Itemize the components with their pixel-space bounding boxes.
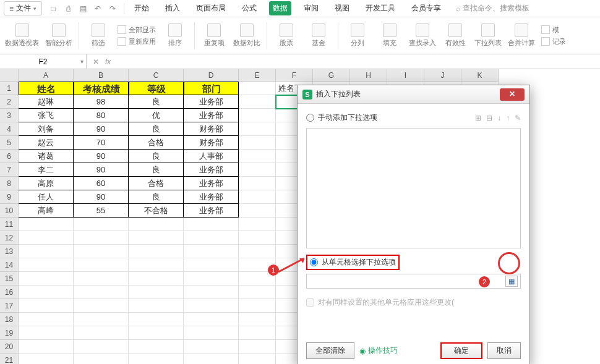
cell[interactable] — [19, 299, 74, 313]
preview-icon[interactable]: ▤ — [78, 4, 88, 13]
cell[interactable] — [184, 353, 239, 364]
cell[interactable] — [74, 313, 129, 326]
cell[interactable] — [184, 340, 239, 353]
cell[interactable] — [239, 340, 276, 353]
filter-button[interactable]: 筛选 — [85, 23, 111, 48]
edit-icon[interactable]: ✎ — [515, 114, 521, 122]
cell[interactable] — [19, 286, 74, 299]
close-button[interactable]: ✕ — [500, 88, 525, 101]
cell[interactable]: 赵琳 — [19, 95, 74, 109]
row-header[interactable]: 12 — [0, 231, 19, 245]
cell[interactable] — [74, 353, 129, 364]
row-header[interactable]: 1 — [0, 82, 19, 95]
cell[interactable]: 业务部 — [184, 109, 239, 122]
cell[interactable]: 98 — [74, 95, 129, 109]
tab-view[interactable]: 视图 — [331, 1, 353, 15]
cell[interactable]: 90 — [74, 190, 129, 204]
cell[interactable] — [239, 204, 276, 218]
cell[interactable] — [184, 326, 239, 340]
tab-start[interactable]: 开始 — [131, 1, 153, 15]
fill-button[interactable]: 填充 — [377, 23, 403, 48]
row-header[interactable]: 6 — [0, 150, 19, 163]
cell[interactable] — [129, 272, 184, 286]
sim-button[interactable]: 模 — [541, 25, 566, 35]
cell[interactable] — [239, 177, 276, 190]
cell[interactable]: 优 — [129, 109, 184, 122]
cell[interactable] — [239, 109, 276, 122]
cell[interactable]: 良 — [129, 190, 184, 204]
col-header[interactable]: B — [74, 69, 129, 82]
cell[interactable]: 财务部 — [184, 136, 239, 150]
cell[interactable]: 90 — [74, 163, 129, 177]
tab-member[interactable]: 会员专享 — [408, 1, 445, 15]
cell[interactable] — [129, 299, 184, 313]
tab-formula[interactable]: 公式 — [238, 1, 260, 15]
row-header[interactable]: 9 — [0, 190, 19, 204]
cell[interactable] — [129, 245, 184, 258]
cell[interactable] — [239, 245, 276, 258]
cell[interactable] — [19, 313, 74, 326]
save-icon[interactable]: □ — [48, 4, 58, 13]
cell[interactable]: 赵云 — [19, 136, 74, 150]
cell[interactable] — [184, 313, 239, 326]
cell[interactable] — [74, 245, 129, 258]
cell[interactable]: 业务部 — [184, 190, 239, 204]
cell[interactable]: 良 — [129, 122, 184, 136]
cell[interactable] — [129, 326, 184, 340]
cell[interactable]: 考核成绩 — [74, 82, 129, 95]
cell[interactable]: 60 — [74, 177, 129, 190]
chevron-down-icon[interactable]: ▾ — [80, 58, 84, 65]
reapply-button[interactable]: 重新应用 — [118, 37, 156, 46]
cell[interactable]: 55 — [74, 204, 129, 218]
record-button[interactable]: 记录 — [541, 37, 566, 46]
cell[interactable]: 财务部 — [184, 122, 239, 136]
cell[interactable] — [19, 340, 74, 353]
cell[interactable]: 高原 — [19, 177, 74, 190]
print-icon[interactable]: ⎙ — [63, 4, 73, 13]
cell[interactable] — [239, 82, 276, 95]
col-header[interactable]: I — [387, 69, 424, 82]
cell[interactable] — [239, 326, 276, 340]
cell[interactable]: 90 — [74, 122, 129, 136]
col-header[interactable]: E — [239, 69, 276, 82]
remove-icon[interactable]: ⊟ — [486, 114, 492, 122]
compare-button[interactable]: 数据对比 — [233, 23, 260, 48]
row-header[interactable]: 8 — [0, 177, 19, 190]
cell[interactable] — [239, 353, 276, 364]
row-header[interactable]: 20 — [0, 340, 19, 353]
cell[interactable] — [239, 136, 276, 150]
row-header[interactable]: 3 — [0, 109, 19, 122]
cell[interactable]: 任人 — [19, 190, 74, 204]
stock-button[interactable]: 股票 — [273, 23, 299, 48]
cell[interactable] — [74, 231, 129, 245]
cell[interactable]: 良 — [129, 163, 184, 177]
row-header[interactable]: 16 — [0, 286, 19, 299]
up-icon[interactable]: ↑ — [506, 114, 510, 122]
row-header[interactable]: 4 — [0, 122, 19, 136]
cell[interactable]: 李二 — [19, 163, 74, 177]
cell[interactable] — [239, 122, 276, 136]
cell[interactable] — [239, 286, 276, 299]
row-header[interactable]: 13 — [0, 245, 19, 258]
cell[interactable] — [239, 313, 276, 326]
range-picker-button[interactable]: ▦ — [505, 276, 518, 287]
row-header[interactable]: 7 — [0, 163, 19, 177]
cell[interactable] — [239, 150, 276, 163]
cell[interactable] — [74, 258, 129, 272]
cell[interactable] — [74, 286, 129, 299]
cell[interactable] — [239, 95, 276, 109]
apply-same-row[interactable]: 对有同样设置的其他单元格应用这些更改( — [306, 297, 521, 308]
row-header[interactable]: 11 — [0, 218, 19, 231]
row-header[interactable]: 17 — [0, 299, 19, 313]
add-icon[interactable]: ⊞ — [475, 114, 481, 122]
dropdown-list-button[interactable]: 下拉列表 — [474, 23, 502, 48]
row-header[interactable]: 19 — [0, 326, 19, 340]
clear-all-button[interactable]: 全部清除 — [306, 342, 354, 359]
cell[interactable] — [184, 245, 239, 258]
cell[interactable] — [129, 258, 184, 272]
show-all-button[interactable]: 全部显示 — [118, 25, 156, 35]
cell[interactable] — [184, 258, 239, 272]
cell[interactable] — [19, 272, 74, 286]
cell[interactable] — [19, 231, 74, 245]
cell[interactable] — [129, 218, 184, 231]
